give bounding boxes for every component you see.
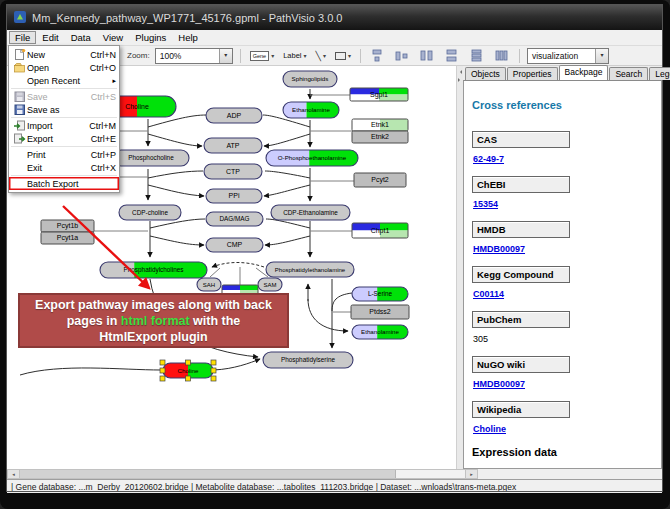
zoom-combobox[interactable]: 100% ▾ <box>155 48 233 64</box>
node-choline-selected[interactable]: Choline <box>160 360 216 381</box>
visualization-dropdown-icon[interactable]: ▾ <box>595 49 608 63</box>
selection-handle[interactable] <box>160 360 165 365</box>
crossref-link[interactable]: HMDB00097 <box>473 244 525 254</box>
common-height-icon[interactable] <box>443 48 462 63</box>
menu-help[interactable]: Help <box>172 31 204 44</box>
align-center-y-icon[interactable] <box>393 48 412 63</box>
crossref-link[interactable]: 62-49-7 <box>473 154 504 164</box>
selection-handle[interactable] <box>186 376 191 381</box>
tab-objects[interactable]: Objects <box>465 67 506 80</box>
file-menu-item-new[interactable]: NewCtrl+N <box>9 48 119 61</box>
horizontal-scrollbar[interactable]: ◂ ▸ <box>7 469 478 479</box>
menu-file[interactable]: File <box>9 31 36 44</box>
screenshot-frame: Mm_Kennedy_pathway_WP1771_45176.gpml - P… <box>0 0 670 509</box>
file-menu-item-exit[interactable]: ExitCtrl+X <box>9 161 119 174</box>
node-cmp[interactable]: CMP <box>206 238 263 252</box>
crossref-section-kegg-compound: Kegg CompoundC00114 <box>472 266 653 301</box>
selection-handle[interactable] <box>186 360 191 365</box>
visualization-combobox[interactable]: visualization ▾ <box>527 48 609 64</box>
file-menu-item-export[interactable]: ExportCtrl+E <box>9 132 119 145</box>
annotation-callout: Export pathway images along with back pa… <box>18 293 289 348</box>
menu-edit[interactable]: Edit <box>36 31 64 44</box>
file-menu-item-open[interactable]: OpenCtrl+O <box>9 61 119 74</box>
tab-properties[interactable]: Properties <box>507 67 558 80</box>
node-sah[interactable]: SAH <box>197 278 221 291</box>
selection-handle[interactable] <box>211 376 216 381</box>
scroll-right-icon[interactable]: ▸ <box>465 470 477 478</box>
splitter-collapse-right-icon[interactable] <box>458 78 462 82</box>
align-center-x-icon[interactable] <box>368 48 387 63</box>
line-tool-button[interactable]: ╲ ▾ <box>314 50 328 62</box>
scrollbar-thumb[interactable] <box>20 470 396 478</box>
menu-view[interactable]: View <box>97 31 129 44</box>
scroll-left-icon[interactable]: ◂ <box>8 470 20 478</box>
datanode-gene-button[interactable]: Gene ▾ <box>248 50 276 62</box>
selection-handle[interactable] <box>211 368 216 373</box>
gene-pcyt1b[interactable]: Pcyt1b <box>41 220 94 232</box>
crossref-section-hmdb: HMDBHMDB00097 <box>472 221 653 256</box>
menu-item-label: Import <box>27 121 85 131</box>
gene-sgpl1[interactable]: Sgpl1 <box>350 88 408 101</box>
node-phosphocholine[interactable]: Phosphocholine <box>113 150 189 166</box>
side-panel-tabs: ObjectsPropertiesBackpageSearchLegend <box>463 66 662 80</box>
node-l-serine[interactable]: L-Serine <box>352 287 408 301</box>
node-phosphatidylcholines[interactable]: Phosphatidylcholines <box>100 262 207 278</box>
node-ethanolamine[interactable]: Ethanolamine <box>283 102 339 118</box>
node-cdp-ethanolamine[interactable]: CDP-Ethanolamine <box>271 205 350 220</box>
file-menu-item-print[interactable]: PrintCtrl+P <box>9 148 119 161</box>
splitter-handle[interactable] <box>456 66 463 469</box>
stack-horizontal-icon[interactable] <box>493 48 512 63</box>
node-atp[interactable]: ATP <box>204 138 262 153</box>
node-sphingolipids[interactable]: Sphingolipids <box>283 71 337 87</box>
splitter-collapse-left-icon[interactable] <box>458 70 462 74</box>
file-menu-item-import[interactable]: ImportCtrl+M <box>9 119 119 132</box>
gene-pcyt2[interactable]: Pcyt2 <box>354 173 406 187</box>
node-ethanolamine-2[interactable]: Ethanolamine <box>352 325 408 339</box>
file-menu-item-batch-export[interactable]: Batch Export <box>9 177 119 190</box>
status-text: | Gene database: ...m_Derby_20120602.bri… <box>11 482 516 492</box>
label-tool-button[interactable]: Label ▾ <box>281 50 308 61</box>
scrollbar-row: ◂ ▸ <box>7 469 662 479</box>
selection-handle[interactable] <box>160 376 165 381</box>
node-o-phosphoethanolamine[interactable]: O-Phosphoethanolamine <box>266 150 358 166</box>
node-ctp[interactable]: CTP <box>204 164 262 179</box>
zoom-dropdown-icon[interactable]: ▾ <box>219 49 232 63</box>
crossref-section-nugo-wiki: NuGO wikiHMDB00097 <box>472 356 653 391</box>
stack-vertical-icon[interactable] <box>468 48 487 63</box>
common-width-icon[interactable] <box>418 48 437 63</box>
tab-legend[interactable]: Legend <box>649 67 670 80</box>
node-adp[interactable]: ADP <box>206 108 262 123</box>
selection-handle[interactable] <box>160 368 165 373</box>
gene-etnk2[interactable]: Etnk2 <box>352 131 408 143</box>
menu-item-label: Print <box>27 150 87 160</box>
shape-tool-button[interactable]: ▾ <box>333 51 353 61</box>
node-phosphatidylserine[interactable]: Phosphatidylserine <box>263 352 353 368</box>
tab-backpage[interactable]: Backpage <box>559 65 609 80</box>
gene-etnk1[interactable]: Etnk1 <box>352 119 408 131</box>
node-label: DAG/MAG <box>219 215 249 222</box>
menu-plugins[interactable]: Plugins <box>129 31 172 44</box>
menu-data[interactable]: Data <box>65 31 97 44</box>
crossref-section-cas: CAS62-49-7 <box>472 131 653 166</box>
crossref-link[interactable]: HMDB00097 <box>473 379 525 389</box>
file-menu-item-open-recent[interactable]: Open Recent▸ <box>9 74 119 87</box>
title-bar[interactable]: Mm_Kennedy_pathway_WP1771_45176.gpml - P… <box>7 5 662 30</box>
node-dag-mag[interactable]: DAG/MAG <box>206 212 263 226</box>
node-ppi[interactable]: PPi <box>206 189 262 203</box>
crossref-link[interactable]: C00114 <box>473 289 504 299</box>
node-label: Sphingolipids <box>292 75 329 82</box>
file-menu-item-save-as[interactable]: Save as <box>9 103 119 116</box>
crossref-link[interactable]: Choline <box>473 424 506 434</box>
gene-ptdss2[interactable]: Ptdss2 <box>351 305 409 319</box>
crossref-section-pubchem: PubChem305 <box>472 311 653 346</box>
selection-handle[interactable] <box>211 360 216 365</box>
crossref-link[interactable]: 15354 <box>473 199 498 209</box>
gene-chpt1[interactable]: Chpt1 <box>352 223 408 238</box>
crossref-section-chebi: ChEBI15354 <box>472 176 653 211</box>
tab-search[interactable]: Search <box>609 67 648 80</box>
node-sam[interactable]: SAM <box>258 278 282 291</box>
node-cdp-choline[interactable]: CDP-choline <box>119 205 181 220</box>
file-menu-item-save[interactable]: SaveCtrl+S <box>9 90 119 103</box>
node-phosphatidylethanolamine[interactable]: Phosphatidylethanolamine <box>266 262 354 277</box>
gene-pcyt1a[interactable]: Pcyt1a <box>41 232 94 244</box>
